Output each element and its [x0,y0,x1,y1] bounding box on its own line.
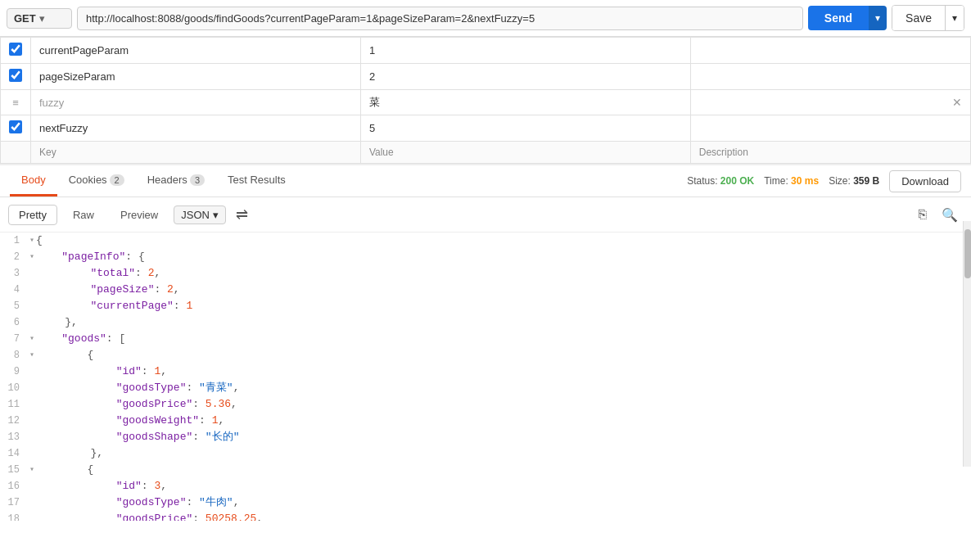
line-number: 2 [0,249,29,265]
json-line: 6 }, [0,314,971,331]
param-checkbox[interactable] [9,69,22,82]
response-tab-test-results[interactable]: Test Results [216,165,297,196]
right-scrollbar[interactable] [963,221,971,467]
scroll-thumb[interactable] [964,229,971,278]
download-button[interactable]: Download [889,170,961,192]
line-content: }, [29,314,78,331]
size-label: Size: 359 B [829,175,879,187]
json-line: 16 "id": 3, [0,478,971,495]
line-indent [36,349,87,361]
search-button[interactable]: 🔍 [937,204,963,226]
json-dropdown-icon: ▾ [213,209,219,221]
line-indent [39,480,116,492]
param-value: 5 [360,115,690,142]
param-key: currentPageParam [31,38,361,64]
param-checkbox-cell [1,115,31,142]
line-number: 11 [0,396,29,413]
json-line: 7▾ "goods": [ [0,331,971,347]
param-delete-button[interactable]: ✕ [952,96,962,109]
json-line: 14 }, [0,445,971,462]
fold-arrow[interactable]: ▾ [29,347,34,364]
param-checkbox-cell [1,64,31,90]
line-indent [36,463,87,476]
tab-badge: 2 [110,174,124,186]
param-row: nextFuzzy5 [1,115,971,142]
line-indent [39,267,90,279]
line-indent [36,332,61,345]
line-number: 6 [0,314,29,331]
json-select[interactable]: JSON ▾ [174,205,226,224]
line-number: 8 [0,347,29,364]
raw-button[interactable]: Raw [62,205,105,225]
line-number: 13 [0,429,29,445]
method-label: GET [14,12,36,25]
param-description [690,64,970,90]
fold-arrow[interactable]: ▾ [29,462,34,478]
param-checkbox-cell: ≡ [1,90,31,115]
status-label: Status: 200 OK [687,175,754,187]
params-header-description: Description [690,142,970,164]
json-line: 1▾{ [0,233,971,249]
preview-button[interactable]: Preview [110,205,169,225]
response-tab-body[interactable]: Body [10,165,57,196]
param-value: 1 [360,38,690,64]
line-content: "pageInfo": { [36,249,145,265]
pretty-button[interactable]: Pretty [8,205,57,225]
line-content: "id": 3, [29,478,167,495]
line-number: 16 [0,478,29,495]
param-row: ≡fuzzy菜✕ [1,90,971,115]
line-indent [39,283,90,296]
status-value: 200 OK [720,175,754,187]
wrap-button[interactable]: ⇌ [231,202,253,227]
param-key: fuzzy [31,90,361,115]
json-line: 15▾ { [0,462,971,478]
line-number: 5 [0,298,29,314]
line-indent [39,300,90,312]
save-button[interactable]: Save [892,6,945,30]
param-checkbox[interactable] [9,120,22,133]
send-dropdown-button[interactable]: ▾ [869,6,887,30]
line-content: "goodsWeight": 1, [29,413,224,429]
json-line: 17 "goodsType": "牛肉", [0,495,971,511]
json-line: 4 "pageSize": 2, [0,282,971,298]
format-bar: Pretty Raw Preview JSON ▾ ⇌ ⎘ 🔍 [0,197,971,233]
method-select[interactable]: GET ▾ [7,8,72,29]
param-row: currentPageParam1 [1,38,971,64]
json-line: 18 "goodsPrice": 50258.25, [0,511,971,521]
time-label: Time: 30 ms [764,175,819,187]
line-indent [39,496,116,508]
json-body: 1▾{2▾ "pageInfo": {3 "total": 2,4 "pageS… [0,233,971,521]
line-content: "goodsType": "青菜", [29,380,239,396]
line-content: { [36,462,93,478]
tab-badge: 3 [190,174,205,186]
line-number: 9 [0,364,29,380]
params-header-value: Value [360,142,690,164]
param-checkbox[interactable] [9,43,22,56]
fold-arrow[interactable]: ▾ [29,233,34,249]
line-number: 1 [0,233,29,249]
line-indent [39,365,116,377]
url-input[interactable] [77,7,803,30]
fold-arrow[interactable]: ▾ [29,331,34,347]
line-content: "goods": [ [36,331,125,347]
param-description: ✕ [690,90,970,115]
params-table: currentPageParam1pageSizeParam2≡fuzzy菜✕n… [0,37,971,164]
line-indent [36,251,61,263]
save-dropdown-button[interactable]: ▾ [945,6,964,30]
line-content: "goodsType": "牛肉", [29,495,239,511]
json-line: 5 "currentPage": 1 [0,298,971,314]
line-content: { [36,233,43,249]
json-label: JSON [181,209,210,221]
line-content: { [36,347,93,364]
response-tab-cookies[interactable]: Cookies2 [57,165,136,196]
line-number: 10 [0,380,29,396]
param-value: 菜 [360,90,690,115]
response-tab-headers[interactable]: Headers3 [136,165,216,196]
time-value: 30 ms [791,175,819,187]
copy-button[interactable]: ⎘ [914,204,932,225]
save-btn-group: Save ▾ [892,5,964,31]
send-button[interactable]: Send [808,6,869,30]
line-number: 7 [0,331,29,347]
line-number: 15 [0,462,29,478]
fold-arrow[interactable]: ▾ [29,249,34,265]
